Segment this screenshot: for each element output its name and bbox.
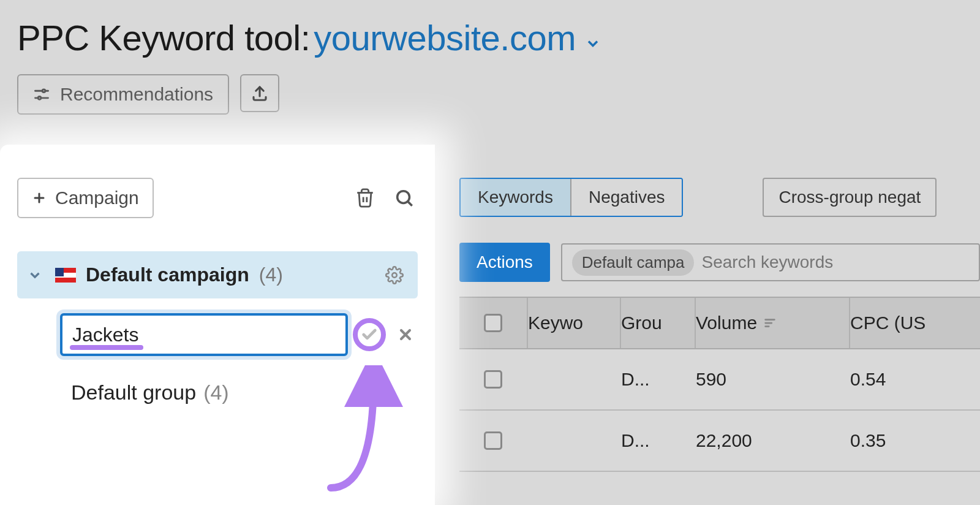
svg-line-10 xyxy=(408,202,412,205)
campaign-name: Default campaign xyxy=(86,264,249,286)
group-count: (4) xyxy=(203,381,229,404)
svg-point-2 xyxy=(42,89,45,93)
page-header: PPC Keyword tool: yourwebsite.com Recomm… xyxy=(0,0,980,115)
keyword-table: Keywo Grou Volume CPC (US D... 590 xyxy=(459,297,980,472)
table-row[interactable]: D... 590 0.54 xyxy=(459,349,980,411)
keyword-search-wrap: Default campa xyxy=(561,243,980,281)
recommendations-button[interactable]: Recommendations xyxy=(17,74,229,115)
cell-volume: 590 xyxy=(696,369,849,390)
plus-icon xyxy=(32,191,47,205)
search-icon xyxy=(394,188,415,208)
trash-icon xyxy=(355,188,375,208)
campaign-sidebar: Campaign Default campaign (4) xyxy=(0,145,435,505)
domain-dropdown[interactable]: yourwebsite.com xyxy=(314,17,601,58)
domain-label: yourwebsite.com xyxy=(314,17,576,58)
col-keyword[interactable]: Keywo xyxy=(528,313,620,333)
tab-keywords[interactable]: Keywords xyxy=(461,179,570,216)
svg-point-9 xyxy=(398,191,410,203)
main-area: Campaign Default campaign (4) xyxy=(0,145,980,505)
chevron-down-icon xyxy=(584,35,601,52)
page-title-row: PPC Keyword tool: yourwebsite.com xyxy=(17,17,963,58)
close-icon xyxy=(397,326,414,343)
confirm-group-button[interactable] xyxy=(353,318,386,351)
campaign-count: (4) xyxy=(259,264,283,286)
sort-desc-icon xyxy=(763,316,777,330)
add-campaign-label: Campaign xyxy=(55,188,139,208)
export-icon xyxy=(251,84,269,102)
svg-point-11 xyxy=(392,273,397,278)
keyword-panel: Keywords Negatives Cross-group negat Act… xyxy=(435,145,980,505)
group-row[interactable]: Default group (4) xyxy=(17,365,418,420)
tune-icon xyxy=(33,86,50,103)
table-row[interactable]: D... 22,200 0.35 xyxy=(459,411,980,472)
new-group-row xyxy=(17,305,418,365)
cross-group-negatives-button[interactable]: Cross-group negat xyxy=(763,178,937,217)
cell-cpc: 0.35 xyxy=(850,430,973,451)
export-button[interactable] xyxy=(240,74,279,112)
actions-row: Actions Default campa xyxy=(459,243,980,282)
sidebar-toolbar: Campaign xyxy=(17,178,418,218)
col-group[interactable]: Grou xyxy=(621,313,695,333)
add-campaign-button[interactable]: Campaign xyxy=(17,178,154,218)
campaign-row[interactable]: Default campaign (4) xyxy=(17,251,418,298)
tab-negatives[interactable]: Negatives xyxy=(570,179,682,216)
select-all-checkbox[interactable] xyxy=(484,314,502,332)
us-flag-icon xyxy=(55,268,76,283)
recommendations-label: Recommendations xyxy=(60,84,213,105)
header-toolbar: Recommendations xyxy=(17,74,963,115)
campaign-settings-button[interactable] xyxy=(383,264,405,286)
cell-group: D... xyxy=(621,369,695,390)
actions-button[interactable]: Actions xyxy=(459,243,550,282)
cell-volume: 22,200 xyxy=(696,430,849,451)
tabs-row: Keywords Negatives Cross-group negat xyxy=(459,178,980,217)
gear-icon xyxy=(385,266,404,284)
delete-button[interactable] xyxy=(352,184,379,211)
keyword-tabs: Keywords Negatives xyxy=(459,178,683,217)
search-button[interactable] xyxy=(391,184,418,211)
check-icon xyxy=(361,326,378,343)
row-checkbox[interactable] xyxy=(484,370,502,389)
cell-group: D... xyxy=(621,430,695,451)
row-checkbox[interactable] xyxy=(484,431,502,450)
keyword-search-input[interactable] xyxy=(701,252,969,272)
svg-point-5 xyxy=(38,97,41,100)
page-title: PPC Keyword tool: xyxy=(17,17,310,58)
cell-cpc: 0.54 xyxy=(850,369,973,390)
filter-chip[interactable]: Default campa xyxy=(572,249,695,276)
table-header: Keywo Grou Volume CPC (US xyxy=(459,297,980,349)
col-cpc[interactable]: CPC (US xyxy=(850,313,973,333)
col-volume[interactable]: Volume xyxy=(696,313,849,333)
annotation-underline xyxy=(70,345,143,350)
cancel-group-button[interactable] xyxy=(393,322,418,347)
chevron-down-icon xyxy=(24,267,45,283)
group-name: Default group xyxy=(71,381,196,404)
